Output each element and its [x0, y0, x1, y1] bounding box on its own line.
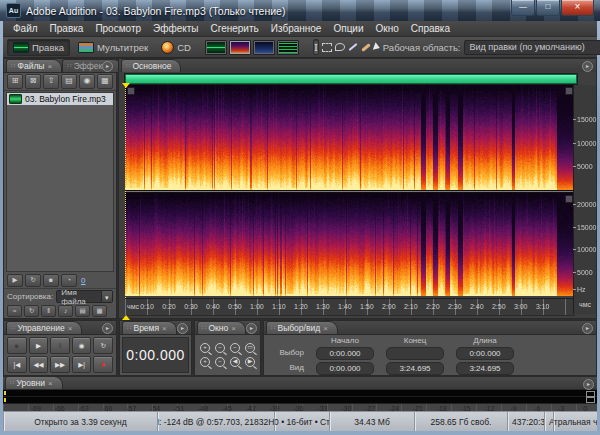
zoom-to-selection-button[interactable]: ▭: [244, 342, 256, 354]
menu-item[interactable]: Окно: [370, 23, 405, 34]
tab-time[interactable]: ∷ Время ×: [122, 321, 177, 334]
menu-item[interactable]: Файл: [7, 23, 44, 34]
show-full-paths-toggle[interactable]: ▦: [92, 305, 107, 317]
lasso-selection-tool[interactable]: [335, 40, 345, 54]
menu-item[interactable]: Справка: [405, 23, 456, 34]
view-start-field[interactable]: 0:00.000: [316, 362, 374, 375]
close-tab-icon[interactable]: ×: [47, 62, 52, 71]
panel-menu-icon[interactable]: ▸: [582, 323, 593, 334]
import-file-button[interactable]: ⊞: [7, 74, 23, 89]
file-list[interactable]: 03. Babylon Fire.mp3: [6, 92, 114, 272]
file-list-item[interactable]: 03. Babylon Fire.mp3: [7, 93, 113, 105]
view-length-field[interactable]: 3:24.695: [456, 362, 514, 375]
preview-autoplay-button[interactable]: ◔: [61, 274, 77, 287]
panel-menu-icon[interactable]: ▸: [583, 379, 594, 390]
preview-volume-value[interactable]: 0: [81, 276, 85, 285]
close-tab-icon[interactable]: ×: [48, 379, 53, 388]
go-to-end-button[interactable]: ▶|: [72, 356, 92, 373]
level-meter[interactable]: [3, 390, 597, 404]
spectral-frequency-display-icon[interactable]: [229, 40, 251, 55]
show-audio-files-toggle[interactable]: ≈: [7, 305, 22, 317]
close-tab-icon[interactable]: ×: [162, 324, 167, 333]
marquee-selection-tool[interactable]: [322, 40, 332, 54]
zoom-out-horizontal-button[interactable]: −: [214, 342, 226, 354]
spot-healing-brush-tool[interactable]: [361, 40, 371, 54]
insert-into-cd-button[interactable]: ▤: [61, 74, 77, 89]
close-tab-icon[interactable]: ×: [68, 324, 73, 333]
spectral-phase-display-icon[interactable]: [277, 40, 299, 55]
cd-view-button[interactable]: CD: [156, 40, 196, 55]
left-channel-button-right[interactable]: [565, 87, 573, 95]
close-button[interactable]: ×: [561, 0, 594, 16]
menu-item[interactable]: Сгенерить: [205, 23, 265, 34]
loop-button[interactable]: ↻: [93, 337, 113, 354]
panel-menu-icon[interactable]: ▸: [102, 323, 113, 334]
left-channel-button[interactable]: [127, 87, 135, 95]
frequency-ruler[interactable]: 150001000050002000015000100005000Hz: [573, 85, 596, 296]
panel-menu-icon[interactable]: ▸: [177, 323, 188, 334]
effects-paintbrush-tool[interactable]: [348, 40, 358, 54]
show-markers-toggle[interactable]: ▤: [75, 305, 90, 317]
zoom-out-full-button[interactable]: −: [229, 342, 241, 354]
menu-item[interactable]: Эффекты: [147, 23, 204, 34]
menu-item[interactable]: Правка: [44, 23, 90, 34]
close-file-button[interactable]: ⊠: [25, 74, 41, 89]
rewind-button[interactable]: ◀◀: [29, 356, 49, 373]
tab-levels[interactable]: ∷ Уровни ×: [5, 376, 63, 389]
zoom-selection-right-button[interactable]: ▶: [244, 356, 256, 368]
preview-loop-button[interactable]: ↻: [25, 274, 41, 287]
minimize-button[interactable]: —: [511, 0, 535, 16]
menu-item[interactable]: Избранное: [265, 23, 328, 34]
show-video-files-toggle[interactable]: ‖: [41, 305, 56, 317]
play-looped-button[interactable]: ◉: [72, 337, 92, 354]
pause-button[interactable]: ‖: [50, 337, 70, 354]
close-tab-icon[interactable]: ×: [231, 324, 236, 333]
clip-indicator-right[interactable]: [586, 397, 595, 403]
maximize-button[interactable]: □: [536, 0, 560, 16]
play-button[interactable]: ▶: [29, 337, 49, 354]
tab-main[interactable]: ∷ Основное: [121, 59, 181, 72]
spectral-pan-display-icon[interactable]: [253, 40, 275, 55]
stop-button[interactable]: ■: [7, 337, 27, 354]
zoom-selection-left-button[interactable]: ◀: [229, 356, 241, 368]
spectrogram-left-channel[interactable]: [125, 85, 575, 190]
panel-menu-icon[interactable]: ▸: [582, 61, 593, 72]
edit-view-button[interactable]: Правка: [7, 39, 70, 56]
record-button[interactable]: ●: [93, 356, 113, 373]
tab-selection-view[interactable]: ∷ Выбор/вид ×: [266, 321, 338, 334]
waveform-display-icon[interactable]: [205, 40, 227, 55]
playhead-marker-bottom[interactable]: [122, 315, 130, 320]
preview-stop-button[interactable]: ■: [43, 274, 59, 287]
selection-start-field[interactable]: 0:00.000: [316, 347, 374, 360]
overview-navigation-bar[interactable]: [125, 74, 577, 84]
tab-files[interactable]: ∷ Файлы ×: [6, 59, 62, 72]
preview-play-button[interactable]: ▶: [7, 274, 23, 287]
zoom-in-vertical-button[interactable]: +: [199, 356, 211, 368]
menu-item[interactable]: Опции: [327, 23, 369, 34]
files-options-button[interactable]: ▦: [97, 74, 113, 89]
capture-button[interactable]: ◉: [79, 74, 95, 89]
fast-forward-button[interactable]: ▶▶: [50, 356, 70, 373]
tab-transport[interactable]: ∷ Управление ×: [6, 321, 82, 334]
time-ruler[interactable]: чмс 0:100:200:300:400:501:001:101:201:30…: [125, 298, 575, 316]
selection-length-field[interactable]: 0:00.000: [456, 347, 514, 360]
insert-into-multitrack-button[interactable]: ⇧: [43, 74, 59, 89]
selection-end-field[interactable]: [386, 347, 444, 360]
show-loop-files-toggle[interactable]: ↻: [24, 305, 39, 317]
tab-zoom[interactable]: ∷ Окно ×: [197, 321, 246, 334]
time-selection-tool[interactable]: I: [313, 39, 319, 55]
playhead-line[interactable]: [125, 85, 126, 298]
zoom-out-vertical-button[interactable]: −: [214, 356, 226, 368]
panel-menu-icon[interactable]: ▸: [102, 61, 113, 72]
multitrack-view-button[interactable]: Мультитрек: [73, 40, 153, 55]
playhead-marker-top[interactable]: [122, 83, 130, 88]
panel-menu-icon[interactable]: ▸: [246, 323, 257, 334]
zoom-in-horizontal-button[interactable]: +: [199, 342, 211, 354]
menu-item[interactable]: Просмотр: [89, 23, 147, 34]
close-tab-icon[interactable]: ×: [323, 324, 328, 333]
scrub-tool[interactable]: [374, 40, 380, 54]
show-midi-files-toggle[interactable]: ♪: [58, 305, 73, 317]
sort-dropdown[interactable]: Имя файла ▾: [56, 290, 113, 303]
view-end-field[interactable]: 3:24.695: [386, 362, 444, 375]
tab-effects[interactable]: ∷ Эффекты: [62, 59, 122, 72]
